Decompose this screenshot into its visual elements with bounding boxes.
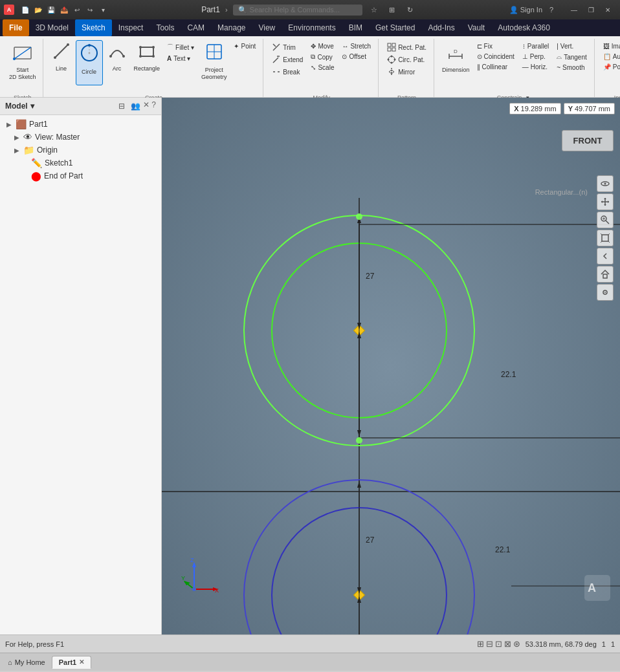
help-btn[interactable]: ? (545, 3, 558, 16)
grid-btn[interactable]: ⊞ (386, 3, 399, 16)
start-2d-sketch-btn[interactable]: Start2D Sketch (6, 40, 39, 85)
qa-export[interactable]: 📤 (58, 4, 70, 16)
qa-open[interactable]: 📂 (32, 4, 44, 16)
insert-pts-btn[interactable]: 📌Points (600, 62, 620, 72)
pan-icon (600, 197, 610, 207)
home-tab[interactable]: ⌂ My Home (3, 656, 50, 668)
tree-item-end-of-part[interactable]: ⬤ End of Part (0, 169, 161, 182)
status-icon-3[interactable]: ⊡ (495, 639, 502, 649)
circle-btn[interactable]: Circle (76, 40, 103, 85)
insert-image-btn[interactable]: 🖼Image (600, 41, 620, 51)
search-input[interactable] (250, 6, 347, 14)
tree-item-origin[interactable]: ▶ 📁 Origin (0, 144, 161, 157)
expand-part1[interactable]: ▶ (5, 121, 13, 128)
text-btn[interactable]: A Text ▾ (164, 54, 197, 63)
sign-in[interactable]: 👤 Sign In (509, 6, 542, 14)
qa-new[interactable]: 📄 (19, 4, 31, 16)
tangent-btn[interactable]: ⌓Tangent (553, 52, 590, 62)
menu-inspect[interactable]: Inspect (112, 19, 150, 36)
zoom-extents-btn[interactable] (597, 230, 614, 246)
status-icon-2[interactable]: ⊟ (486, 639, 493, 649)
menu-add-ins[interactable]: Add-Ins (421, 19, 461, 36)
horiz-btn[interactable]: —Horiz. (519, 62, 552, 72)
pan-btn[interactable] (597, 193, 614, 210)
move-btn[interactable]: ✥ Move (307, 41, 337, 51)
look-at-btn[interactable] (597, 284, 614, 301)
scale-btn[interactable]: ⤡ Scale (307, 63, 337, 72)
tab-part1-close[interactable]: ✕ (79, 658, 84, 666)
qa-save[interactable]: 💾 (45, 4, 57, 16)
point-btn[interactable]: ✦ Point (230, 41, 259, 51)
extend-btn[interactable]: Extend (269, 54, 306, 65)
view-cube[interactable]: FRONT (562, 130, 614, 169)
vert-btn[interactable]: |Vert. (553, 41, 590, 51)
canvas-area[interactable]: 27 22.1 27 22.1 (162, 98, 620, 634)
menu-environments[interactable]: Environments (282, 19, 342, 36)
tree-item-view-master[interactable]: ▶ 👁 View: Master (0, 131, 161, 144)
y-label: Y (568, 105, 573, 113)
parallel-btn[interactable]: ⫶Parallel (519, 41, 552, 51)
qa-redo[interactable]: ↪ (84, 4, 96, 16)
orbit-btn[interactable] (597, 175, 614, 192)
coincident-btn[interactable]: ⊙Coincident (474, 52, 518, 61)
arc-btn[interactable]: Arc (104, 40, 130, 85)
win-minimize[interactable]: — (566, 4, 582, 16)
zoom-btn[interactable] (597, 211, 614, 228)
expand-origin[interactable]: ▶ (13, 147, 21, 154)
break-btn[interactable]: Break (269, 66, 306, 78)
perp-btn[interactable]: ⊥Perp. (519, 52, 552, 61)
show-all-btn[interactable]: 👥 (129, 100, 141, 112)
copy-btn[interactable]: ⧉ Copy (307, 52, 337, 62)
insert-autocad-btn[interactable]: 📋AutoCAD (600, 52, 620, 61)
menu-tools[interactable]: Tools (149, 19, 181, 36)
bookmark-btn[interactable]: ☆ (368, 3, 381, 16)
tree-item-sketch1[interactable]: ✏️ Sketch1 (0, 157, 161, 169)
status-icon-1[interactable]: ⊞ (477, 639, 484, 649)
menu-bim[interactable]: BIM (342, 19, 369, 36)
menu-3d-model[interactable]: 3D Model (29, 19, 75, 36)
menu-vault[interactable]: Vault (461, 19, 491, 36)
menu-autodesk-360[interactable]: Autodesk A360 (491, 19, 557, 36)
rect-pattern-btn[interactable]: Rect. Pat. (384, 41, 430, 53)
win-maximize[interactable]: ❐ (582, 4, 599, 16)
model-dropdown-icon[interactable]: ▾ (30, 102, 34, 111)
line-btn[interactable]: Line (49, 40, 74, 85)
dimension-btn[interactable]: D Dimension (439, 40, 472, 85)
help-text: For Help, press F1 (5, 640, 64, 648)
trim-btn[interactable]: Trim (269, 41, 306, 53)
search-bar[interactable]: 🔍 (233, 5, 362, 16)
circ-pattern-btn[interactable]: Circ. Pat. (384, 54, 430, 65)
collinear-btn[interactable]: ∥Collinear (474, 62, 518, 72)
status-icon-5[interactable]: ⊛ (513, 639, 520, 649)
refresh-btn[interactable]: ↻ (404, 3, 417, 16)
fillet-btn[interactable]: ⌒ Fillet ▾ (164, 41, 197, 53)
text-icon: A (167, 55, 172, 62)
menu-cam[interactable]: CAM (181, 19, 211, 36)
tab-part1[interactable]: Part1 ✕ (52, 656, 92, 669)
menu-file[interactable]: File (3, 19, 29, 36)
stretch-btn[interactable]: ↔ Stretch (338, 41, 374, 51)
win-close[interactable]: ✕ (599, 4, 616, 16)
close-model-panel[interactable]: ✕ (143, 100, 149, 112)
menu-get-started[interactable]: Get Started (369, 19, 421, 36)
rectangle-btn[interactable]: Rectangle (131, 40, 163, 85)
home-view-btn[interactable] (597, 266, 614, 283)
menu-sketch[interactable]: Sketch (75, 19, 112, 36)
fix-btn[interactable]: ⊏Fix (474, 41, 518, 51)
svg-text:27: 27 (366, 272, 375, 281)
offset-btn[interactable]: ⊙ Offset (338, 52, 374, 61)
prev-view-btn[interactable] (597, 248, 614, 265)
menu-manage[interactable]: Manage (211, 19, 252, 36)
project-geometry-btn[interactable]: ProjectGeometry (199, 40, 230, 85)
qa-more[interactable]: ▾ (97, 4, 109, 16)
tree-item-part1[interactable]: ▶ 🟫 Part1 (0, 118, 161, 131)
menu-view[interactable]: View (252, 19, 282, 36)
filter-btn[interactable]: ⊟ (116, 100, 127, 112)
qa-undo[interactable]: ↩ (71, 4, 83, 16)
status-icon-4[interactable]: ⊠ (504, 639, 511, 649)
expand-view-master[interactable]: ▶ (13, 134, 21, 141)
view-cube-front[interactable]: FRONT (562, 130, 614, 151)
mirror-btn[interactable]: Mirror (384, 66, 430, 78)
smooth-btn[interactable]: ~Smooth (553, 63, 590, 72)
model-help-btn[interactable]: ? (151, 100, 156, 112)
